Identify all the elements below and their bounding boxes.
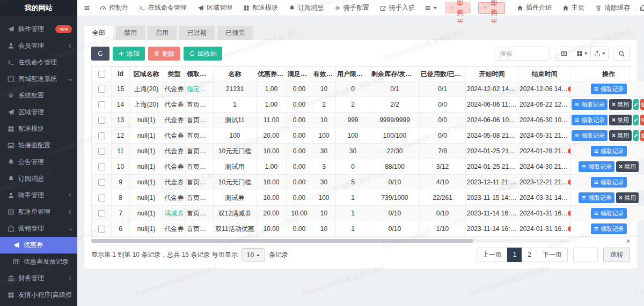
homepage-link[interactable]: 主页	[557, 0, 590, 16]
topnav-rider-config[interactable]: 骑手配置	[329, 0, 375, 16]
column-header[interactable]: 操作	[571, 67, 644, 81]
edit-button[interactable]	[633, 115, 639, 125]
column-header[interactable]: 满足金额	[287, 67, 312, 81]
sidebar-item-member-manage[interactable]: 会员管理	[0, 38, 77, 54]
record-button[interactable]: 领取记录	[572, 99, 608, 110]
column-header[interactable]: 已使用数/已领取数	[420, 67, 466, 81]
sidebar-item-marketing-manage[interactable]: 营销管理	[0, 220, 77, 237]
sidebar-item-subscribe-message[interactable]: 订阅消息	[0, 170, 77, 187]
search-button[interactable]	[613, 47, 630, 61]
delete-row-button[interactable]	[640, 115, 644, 125]
sidebar-item-coupon-record[interactable]: 优惠券发放记录	[0, 253, 77, 270]
jump-button[interactable]: 跳转	[603, 248, 630, 262]
scrollbar-thumb[interactable]	[91, 239, 473, 243]
column-header[interactable]: 区域名称	[130, 67, 163, 81]
refresh-button[interactable]	[91, 47, 109, 61]
sidebar-item-rider-manage[interactable]: 骑手管理	[0, 187, 77, 204]
add-button[interactable]: 添加	[113, 47, 145, 61]
record-button[interactable]: 领取记录	[579, 161, 614, 172]
copy-button[interactable]	[635, 0, 644, 16]
plugin-intro-link[interactable]: 插件介绍	[511, 0, 557, 16]
clear-cache-link[interactable]: 清除缓存	[590, 0, 635, 16]
delete-row-button[interactable]	[640, 99, 644, 110]
topnav-rider-join[interactable]: 骑手入驻	[375, 0, 420, 16]
record-button[interactable]: 领取记录	[572, 130, 608, 141]
column-header[interactable]: Id	[112, 67, 130, 81]
sidebar-item-area-manage[interactable]: 区域管理	[0, 104, 77, 121]
sidebar-item-system-config[interactable]: 系统配置	[0, 87, 77, 104]
sidebar-item-command-manage[interactable]: 在线命令管理	[0, 54, 77, 71]
column-header[interactable]: 优惠券金额	[257, 67, 287, 81]
topnav-command[interactable]: 在线命令管理	[134, 0, 192, 16]
nav-list-dropdown[interactable]	[420, 0, 441, 16]
topnav-area[interactable]: 区域管理	[192, 0, 238, 16]
page-2-button[interactable]: 2	[522, 248, 537, 262]
jump-page-input[interactable]	[573, 248, 598, 262]
row-checkbox[interactable]	[98, 86, 105, 93]
edit-button[interactable]	[633, 130, 639, 141]
column-header[interactable]: 用户限领次数	[336, 67, 370, 81]
column-header[interactable]: 有效天数	[312, 67, 336, 81]
sidebar-item-delivery-system[interactable]: 同城配送系统	[0, 71, 77, 87]
tab-finished[interactable]: 已领完	[217, 26, 253, 40]
column-header[interactable]: 类型	[163, 67, 186, 81]
sidebar-item-finance-manage[interactable]: 财务管理	[0, 270, 77, 287]
row-checkbox[interactable]	[98, 101, 105, 108]
per-page-select[interactable]: 10	[241, 248, 265, 262]
record-button[interactable]: 领取记录	[591, 208, 627, 219]
sidebar-toggle-button[interactable]	[79, 0, 94, 16]
tab-all[interactable]: 全部	[84, 26, 113, 40]
buy-now-button-1[interactable]: 立即购买	[445, 2, 471, 14]
topnav-dashboard[interactable]: 控制台	[94, 0, 134, 16]
disable-button[interactable]: ×禁用	[616, 192, 639, 203]
record-button[interactable]: 领取记录	[572, 115, 608, 125]
tab-disabled[interactable]: 禁用	[116, 26, 145, 40]
column-header[interactable]: 开始时间	[466, 67, 518, 81]
row-checkbox[interactable]	[98, 210, 105, 217]
sidebar-item-delivery-order-manage[interactable]: 配送单管理	[0, 204, 77, 220]
select-all-checkbox[interactable]	[98, 71, 105, 78]
buy-now-button-2[interactable]: 立即购买	[478, 2, 505, 14]
prev-page-button[interactable]: 上一页	[477, 248, 508, 262]
delete-row-button[interactable]	[640, 130, 644, 141]
disable-button[interactable]: ×禁用	[609, 130, 632, 141]
record-button[interactable]: 领取记录	[591, 177, 627, 188]
columns-button[interactable]	[573, 47, 591, 61]
common-search-button[interactable]	[555, 47, 573, 61]
row-checkbox[interactable]	[98, 226, 105, 233]
topnav-subscribe[interactable]: 订阅消息	[283, 0, 329, 16]
disable-button[interactable]: ×禁用	[609, 99, 632, 110]
row-checkbox[interactable]	[98, 195, 105, 201]
search-input[interactable]	[495, 47, 548, 61]
topnav-module[interactable]: 配送模块	[238, 0, 283, 16]
disable-button[interactable]: ×禁用	[616, 161, 639, 172]
record-button[interactable]: 领取记录	[579, 192, 614, 203]
disable-button[interactable]: ×禁用	[609, 115, 632, 125]
sidebar-item-coupon[interactable]: 优惠券	[0, 237, 77, 253]
column-header[interactable]: 名称	[214, 67, 257, 81]
row-checkbox[interactable]	[98, 117, 105, 124]
sidebar-item-banner-config[interactable]: 轮播图配置	[0, 137, 77, 154]
column-header[interactable]: 剩余库存/发放总量	[370, 67, 420, 81]
tab-expired[interactable]: 已过期	[179, 26, 215, 40]
sidebar-item-notice-manage[interactable]: 公告管理	[0, 154, 77, 170]
row-checkbox[interactable]	[98, 148, 105, 155]
column-header[interactable]: 结束时间	[518, 67, 571, 81]
row-checkbox[interactable]	[98, 132, 105, 139]
sidebar-item-plugin-manage[interactable]: 插件管理new	[0, 21, 77, 38]
sidebar-item-friend-miniprogram[interactable]: 友情小程序(高级授权)(高级授	[0, 287, 77, 303]
record-button[interactable]: 领取记录	[591, 146, 627, 156]
delete-button[interactable]: 删除	[148, 47, 180, 61]
next-page-button[interactable]: 下一页	[537, 248, 568, 262]
row-checkbox[interactable]	[98, 179, 105, 186]
row-checkbox[interactable]	[98, 163, 105, 170]
record-button[interactable]: 领取记录	[591, 223, 627, 234]
export-button[interactable]	[590, 47, 609, 61]
column-header[interactable]: 领取方式	[186, 67, 214, 81]
record-button[interactable]: 领取记录	[591, 84, 627, 94]
tab-enabled[interactable]: 启用	[148, 26, 177, 40]
recycle-button[interactable]: 回收站	[184, 47, 222, 61]
page-1-button[interactable]: 1	[507, 248, 523, 262]
edit-button[interactable]	[633, 99, 639, 110]
sidebar-item-delivery-module[interactable]: 配送模块	[0, 121, 77, 137]
